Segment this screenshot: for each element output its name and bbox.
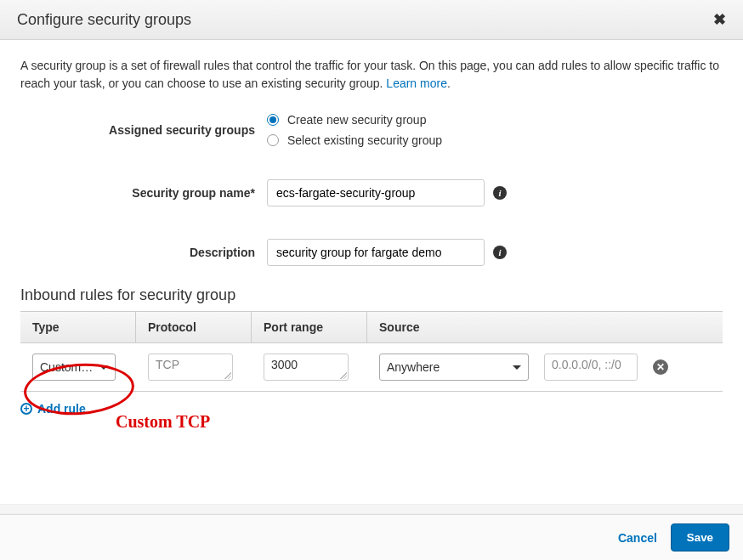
radio-icon[interactable] — [267, 134, 279, 146]
plus-circle-icon: + — [20, 403, 32, 415]
radio-select-existing[interactable]: Select existing security group — [267, 133, 442, 147]
rule-row: Custom… TCP 3000 Anywhere — [20, 343, 723, 392]
dialog-footer: Cancel Save — [0, 514, 743, 560]
cidr-field: 0.0.0.0/0, ::/0 — [544, 354, 638, 381]
chevron-down-icon — [99, 365, 108, 370]
resize-handle-icon — [224, 372, 231, 379]
radio-group: Create new security group Select existin… — [267, 113, 442, 147]
add-rule-label: Add rule — [37, 402, 86, 416]
inbound-rules-title: Inbound rules for security group — [20, 286, 723, 304]
dialog-content: A security group is a set of firewall ru… — [0, 40, 743, 416]
radio-select-label: Select existing security group — [287, 133, 442, 147]
assigned-groups-row: Assigned security groups Create new secu… — [20, 113, 723, 147]
cidr-value: 0.0.0.0/0, ::/0 — [552, 358, 621, 371]
type-select-value: Custom… — [40, 360, 93, 374]
type-select[interactable]: Custom… — [32, 354, 116, 381]
add-rule-button[interactable]: + Add rule — [20, 402, 86, 416]
chevron-down-icon — [513, 365, 521, 370]
info-icon[interactable]: i — [493, 186, 507, 200]
sg-name-label: Security group name* — [20, 186, 267, 200]
col-type-header: Type — [20, 312, 136, 342]
learn-more-link[interactable]: Learn more — [386, 76, 447, 90]
resize-handle-icon — [340, 372, 347, 379]
radio-icon[interactable] — [267, 114, 279, 126]
col-protocol-header: Protocol — [136, 312, 252, 342]
dialog-title: Configure security groups — [17, 11, 191, 29]
sg-desc-label: Description — [20, 246, 267, 259]
sg-name-input[interactable] — [267, 179, 485, 206]
sg-desc-input[interactable] — [267, 239, 485, 266]
sg-name-row: Security group name* i — [20, 179, 723, 206]
close-icon[interactable]: ✖ — [713, 10, 726, 29]
remove-rule-icon[interactable]: ✕ — [653, 359, 668, 375]
save-button[interactable]: Save — [671, 523, 729, 552]
radio-create-new[interactable]: Create new security group — [267, 113, 442, 127]
cancel-button[interactable]: Cancel — [618, 531, 657, 545]
sg-desc-row: Description i — [20, 239, 723, 266]
radio-create-label: Create new security group — [287, 113, 426, 127]
source-select-value: Anywhere — [387, 360, 440, 374]
col-port-header: Port range — [252, 312, 367, 342]
protocol-field: TCP — [148, 354, 233, 381]
info-icon[interactable]: i — [493, 246, 507, 259]
col-source-header: Source — [367, 312, 723, 342]
intro-body: A security group is a set of firewall ru… — [20, 59, 719, 90]
assigned-groups-label: Assigned security groups — [20, 123, 267, 137]
port-value: 3000 — [271, 358, 298, 371]
dialog-header: Configure security groups ✖ — [0, 0, 743, 40]
rules-table: Type Protocol Port range Source Custom… … — [20, 311, 723, 392]
intro-text: A security group is a set of firewall ru… — [20, 57, 723, 93]
source-select[interactable]: Anywhere — [379, 354, 529, 381]
protocol-value: TCP — [156, 358, 179, 371]
port-field[interactable]: 3000 — [264, 354, 349, 381]
rules-header-row: Type Protocol Port range Source — [20, 312, 723, 343]
horizontal-scrollbar[interactable] — [0, 504, 743, 514]
